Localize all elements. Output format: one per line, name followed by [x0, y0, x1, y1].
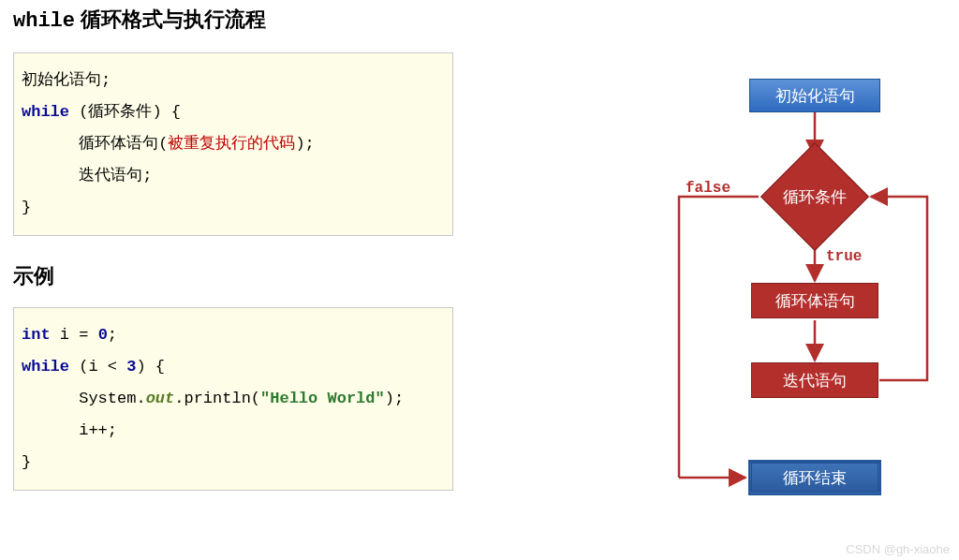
flow-node-body-label: 循环体语句 — [775, 290, 855, 312]
title-rest: 循环格式与执行流程 — [75, 7, 266, 31]
code1-l3red: 被重复执行的代码 — [168, 135, 295, 153]
code1-l2a: (循环条件) { — [69, 103, 181, 121]
watermark: CSDN @gh-xiaohe — [846, 542, 950, 556]
flow-node-body: 循环体语句 — [751, 283, 878, 318]
code-block-format: 初始化语句; while (循环条件) { 循环体语句(被重复执行的代码); 迭… — [13, 52, 453, 236]
c2-l1a: i = — [51, 326, 98, 344]
page-title: while 循环格式与执行流程 — [13, 6, 453, 34]
code1-l5: } — [22, 199, 31, 216]
flow-node-end: 循环结束 — [749, 461, 880, 494]
flow-node-init-label: 初始化语句 — [775, 85, 855, 107]
flow-node-cond-label-wrap: 循环条件 — [759, 159, 871, 234]
c2-num3: 3 — [126, 358, 136, 376]
flowchart: 初始化语句 循环条件 true false 循环体语句 迭代语句 循环结束 — [581, 66, 959, 553]
c2-l5: } — [22, 453, 31, 471]
c2-l4: i++; — [22, 421, 117, 439]
flow-node-init: 初始化语句 — [749, 79, 880, 112]
code1-kw-while: while — [22, 103, 69, 121]
example-heading: 示例 — [13, 262, 453, 290]
flow-node-cond-label: 循环条件 — [783, 186, 847, 208]
flow-label-false: false — [686, 180, 730, 197]
flow-node-iter-label: 迭代语句 — [783, 370, 847, 391]
c2-l3b: .println( — [174, 390, 260, 407]
left-column: while 循环格式与执行流程 初始化语句; while (循环条件) { 循环… — [13, 6, 453, 491]
c2-l2b: ) { — [136, 358, 165, 376]
c2-l2a: (i < — [69, 358, 126, 376]
code-block-example: int i = 0; while (i < 3) { System.out.pr… — [13, 307, 453, 491]
code1-l1: 初始化语句; — [22, 71, 111, 89]
code1-l4: 迭代语句; — [22, 167, 152, 184]
c2-semi1: ; — [108, 326, 117, 344]
flow-node-iter: 迭代语句 — [751, 362, 878, 398]
code1-l3b: ); — [295, 135, 314, 153]
c2-l3c: ); — [385, 390, 404, 407]
c2-str: "Hello World" — [260, 390, 385, 407]
c2-l3a: System. — [22, 390, 146, 407]
c2-kw-while: while — [22, 358, 69, 376]
c2-kw-int: int — [22, 326, 51, 344]
c2-out: out — [146, 390, 175, 407]
flow-node-end-label: 循环结束 — [783, 467, 847, 489]
code1-l3a: 循环体语句( — [22, 135, 168, 153]
title-mono: while — [13, 9, 75, 33]
flow-label-true: true — [826, 248, 862, 265]
c2-num0: 0 — [98, 326, 108, 344]
